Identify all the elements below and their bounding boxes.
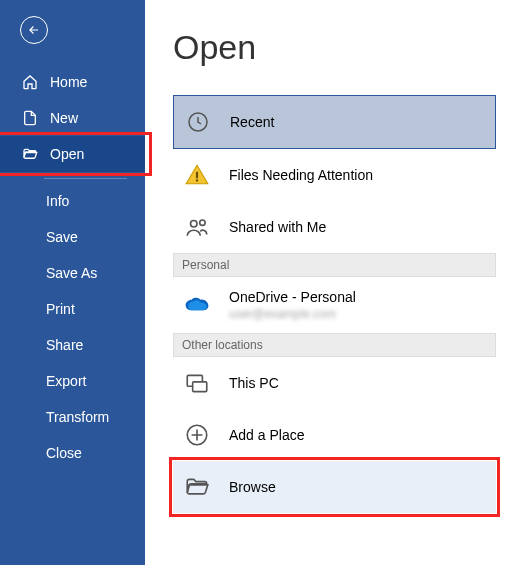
nav-info[interactable]: Info [0,183,145,219]
svg-rect-1 [196,172,198,179]
location-thispc-label: This PC [229,375,279,391]
main-panel: Open Recent Files Needing Attention Shar… [145,0,506,565]
nav-open-label: Open [50,146,84,162]
nav-new[interactable]: New [0,100,145,136]
nav-new-label: New [50,110,78,126]
svg-rect-2 [196,179,198,181]
nav-share[interactable]: Share [0,327,145,363]
svg-point-3 [191,221,198,228]
nav-save[interactable]: Save [0,219,145,255]
location-addplace-label: Add a Place [229,427,305,443]
clock-icon [184,108,212,136]
location-attention[interactable]: Files Needing Attention [173,149,496,201]
location-thispc[interactable]: This PC [173,357,496,409]
section-personal: Personal [173,253,496,277]
nav-export[interactable]: Export [0,363,145,399]
svg-point-4 [200,220,205,225]
location-onedrive-label: OneDrive - Personal [229,289,356,305]
nav-home-label: Home [50,74,87,90]
nav-open[interactable]: Open [0,136,145,172]
back-button[interactable] [20,16,48,44]
location-onedrive-account: user@example.com [229,307,356,321]
nav-separator [44,178,127,179]
nav-print[interactable]: Print [0,291,145,327]
add-icon [183,421,211,449]
nav-saveas[interactable]: Save As [0,255,145,291]
onedrive-icon [183,291,211,319]
folder-icon [183,473,211,501]
folder-open-icon [22,146,38,162]
location-browse-label: Browse [229,479,276,495]
sidebar: Home New Open Info Save Save As Print Sh… [0,0,145,565]
document-icon [22,110,38,126]
nav-home[interactable]: Home [0,64,145,100]
location-shared-label: Shared with Me [229,219,326,235]
section-other: Other locations [173,333,496,357]
nav-close[interactable]: Close [0,435,145,471]
location-recent-label: Recent [230,114,274,130]
warning-icon [183,161,211,189]
svg-rect-6 [193,382,207,392]
location-shared[interactable]: Shared with Me [173,201,496,253]
location-attention-label: Files Needing Attention [229,167,373,183]
page-title: Open [173,28,496,67]
home-icon [22,74,38,90]
location-recent[interactable]: Recent [173,95,496,149]
location-onedrive[interactable]: OneDrive - Personal user@example.com [173,277,496,333]
location-browse[interactable]: Browse [173,461,496,513]
nav-transform[interactable]: Transform [0,399,145,435]
people-icon [183,213,211,241]
arrow-left-icon [27,23,41,37]
pc-icon [183,369,211,397]
location-addplace[interactable]: Add a Place [173,409,496,461]
